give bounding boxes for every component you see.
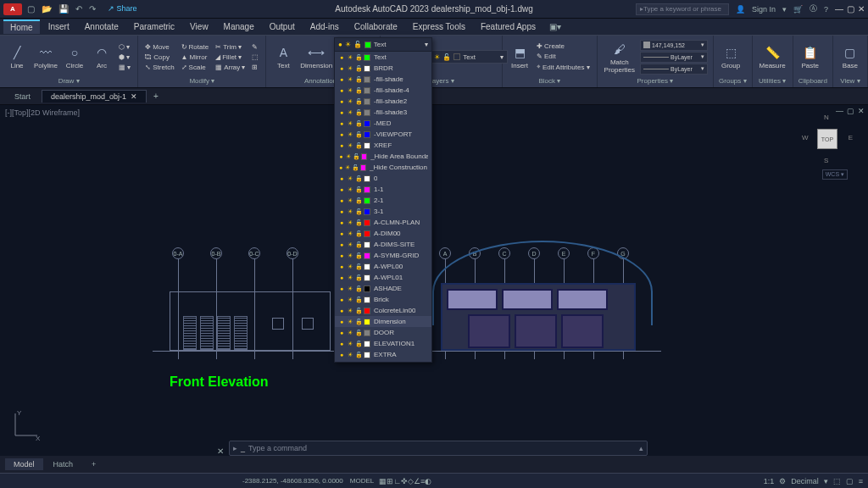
linetype-dropdown[interactable]: ByLayer▾ (640, 64, 708, 75)
layer-item[interactable]: ●☀🔓A-WPL00 (335, 261, 431, 272)
cmdline-close-icon[interactable]: ✕ (217, 446, 224, 456)
text-button[interactable]: AText (271, 42, 295, 71)
fillet-button[interactable]: ◢ Fillet ▾ (214, 53, 247, 62)
signin-button[interactable]: Sign In (752, 5, 776, 14)
edit-block-button[interactable]: ✎ Edit (535, 52, 592, 61)
measure-button[interactable]: 📏Measure (758, 42, 787, 71)
tab-annotate[interactable]: Annotate (78, 20, 125, 33)
match-properties-button[interactable]: 🖌Match Properties (603, 39, 637, 75)
snap-icon[interactable]: ⊞ (387, 477, 393, 485)
transparency-icon[interactable]: ◐ (425, 477, 431, 485)
tab-insert[interactable]: Insert (42, 20, 76, 33)
view-label[interactable]: [-][Top][2D Wireframe] (5, 108, 80, 117)
line-button[interactable]: ╱Line (5, 42, 29, 71)
vc-south[interactable]: S (824, 157, 828, 164)
user-icon[interactable]: 👤 (736, 5, 745, 14)
sb-clean-icon[interactable]: ▢ (846, 477, 854, 485)
layer-item[interactable]: ●☀🔓ColcreteLin00 (335, 305, 431, 316)
command-line[interactable]: ▸ _ Type a command ▴ (229, 441, 648, 456)
qat-redo-icon[interactable]: ↷ (89, 4, 96, 14)
layer-item[interactable]: ●☀🔓2-1 (335, 195, 431, 206)
tab-home[interactable]: Home (3, 19, 40, 34)
wcs-dropdown[interactable]: WCS ▾ (822, 169, 848, 180)
rotate-button[interactable]: ↻ Rotate (180, 42, 211, 52)
layer-item[interactable]: ●☀🔓EXTRA (335, 349, 431, 360)
tab-collaborate[interactable]: Collaborate (348, 20, 404, 33)
sb-custom-icon[interactable]: ≡ (859, 477, 863, 485)
cart-icon[interactable]: 🛒 (793, 5, 803, 14)
layer-item[interactable]: ●☀🔓A-WPL01 (335, 272, 431, 283)
layer-item[interactable]: ●☀🔓A-CLMN-PLAN (335, 217, 431, 228)
layer-dropdown-header[interactable]: ● ☀ 🔓 Text ▾ (335, 38, 431, 52)
vc-east[interactable]: E (849, 134, 853, 141)
layer-item[interactable]: ●☀🔓A-DIMS-SITE (335, 239, 431, 250)
edit-attributes-button[interactable]: ⌖ Edit Attributes ▾ (535, 62, 592, 72)
sb-iso-icon[interactable]: ▾ (824, 477, 828, 485)
modify-extra-3[interactable]: ⊞ (250, 63, 260, 72)
tab-addins[interactable]: Add-ins (303, 20, 346, 33)
mirror-button[interactable]: ▲ Mirror (180, 53, 211, 62)
space-toggle[interactable]: MODEL (350, 477, 374, 485)
tab-parametric[interactable]: Parametric (127, 20, 181, 33)
insert-button[interactable]: ⬒Insert (508, 42, 531, 71)
current-layer-dropdown[interactable]: ● ☀ 🔓 Text ▾ (423, 50, 508, 64)
tab-manage[interactable]: Manage (217, 20, 261, 33)
layer-item[interactable]: ●☀🔓Text (335, 52, 431, 63)
filetab-add[interactable]: + (148, 90, 164, 103)
sb-scale[interactable]: 1:1 (764, 477, 775, 485)
layer-item[interactable]: ●☀🔓FENCE (335, 360, 431, 362)
vc-west[interactable]: W (802, 134, 809, 141)
array-button[interactable]: ▦ Array ▾ (214, 63, 247, 72)
qat-new-icon[interactable]: ▢ (27, 4, 35, 14)
modify-extra-2[interactable]: ⬚ (250, 53, 260, 62)
trim-button[interactable]: ✂ Trim ▾ (214, 42, 247, 52)
layer-item[interactable]: ●☀🔓_Hide Area Boundaries (335, 151, 431, 162)
help-icon[interactable]: ? (824, 5, 828, 14)
drawing-canvas[interactable]: [-][Top][2D Wireframe] — ▢ ✕ 0-A 0-B 0-C… (0, 105, 868, 456)
osnap-icon[interactable]: ◇ (408, 477, 414, 485)
layer-item[interactable]: ●☀🔓DOOR (335, 327, 431, 338)
layer-item[interactable]: ●☀🔓1-1 (335, 184, 431, 195)
layer-item[interactable]: ●☀🔓_Hide Construction Lines (335, 162, 431, 173)
layer-item[interactable]: ●☀🔓ASHADE (335, 283, 431, 294)
copy-button[interactable]: ⿻ Copy (143, 53, 175, 62)
tab-output[interactable]: Output (263, 20, 302, 33)
close-icon[interactable]: ✕ (858, 4, 865, 14)
layer-item[interactable]: ●☀🔓-fill-shade3 (335, 107, 431, 118)
grid-icon[interactable]: ▦ (379, 477, 387, 485)
base-button[interactable]: ▢Base (838, 42, 862, 71)
group-button[interactable]: ⬚Group (719, 42, 743, 71)
layer-list[interactable]: ●☀🔓Text●☀🔓BRDR●☀🔓-fill-shade●☀🔓-fill-sha… (335, 52, 431, 362)
stretch-button[interactable]: ⤡ Stretch (143, 63, 175, 72)
layer-item[interactable]: ●☀🔓0 (335, 173, 431, 184)
vc-top[interactable]: TOP (817, 129, 837, 149)
scale-button[interactable]: ⤢ Scale (180, 63, 211, 72)
dimension-button[interactable]: ⟷Dimension (298, 42, 334, 71)
viewcube[interactable]: N S W E TOP (802, 114, 853, 164)
layer-item[interactable]: ●☀🔓XREF (335, 140, 431, 151)
qat-open-icon[interactable]: 📂 (42, 4, 52, 14)
layer-item[interactable]: ●☀🔓-fill-shade2 (335, 96, 431, 107)
move-button[interactable]: ✥ Move (143, 42, 175, 52)
arc-button[interactable]: ◠Arc (90, 42, 114, 71)
layer-item[interactable]: ●☀🔓-MED (335, 118, 431, 129)
modify-extra-1[interactable]: ✎ (250, 42, 260, 52)
ribbon-collapse-icon[interactable]: ▣▾ (549, 22, 561, 31)
tab-view[interactable]: View (183, 20, 215, 33)
vc-north[interactable]: N (824, 114, 829, 121)
share-button[interactable]: ↗ Share (108, 4, 137, 14)
paste-button[interactable]: 📋Paste (798, 42, 822, 71)
tab-expresstools[interactable]: Express Tools (406, 20, 472, 33)
filetab-start[interactable]: Start (5, 90, 40, 103)
circle-button[interactable]: ○Circle (63, 42, 86, 71)
polyline-button[interactable]: 〰Polyline (32, 42, 59, 71)
draw-more-3[interactable]: ▦ ▾ (117, 63, 132, 72)
app-menu-icon[interactable]: Ⓐ (810, 3, 817, 14)
sb-gear-icon[interactable]: ⚙ (779, 477, 786, 485)
layer-item[interactable]: ●☀🔓-fill-shade-4 (335, 85, 431, 96)
otrack-icon[interactable]: ∠ (414, 477, 420, 485)
vp-close-icon[interactable]: ✕ (858, 107, 865, 115)
color-dropdown[interactable]: 147,149,152▾ (640, 40, 708, 51)
layer-item[interactable]: ●☀🔓ELEVATION1 (335, 338, 431, 349)
tab-model[interactable]: Model (5, 458, 43, 470)
